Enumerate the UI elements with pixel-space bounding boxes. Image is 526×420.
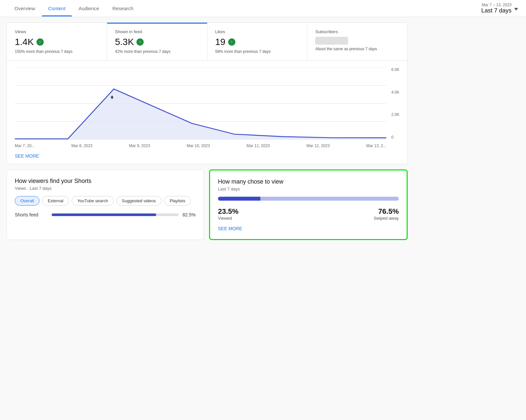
date-range-selector[interactable]: Mar 7 – 13, 2023 Last 7 days xyxy=(481,0,518,17)
chip-external[interactable]: External xyxy=(42,196,69,206)
stat-feed-label: Shown in feed xyxy=(115,29,199,34)
swiped-label: Swiped away xyxy=(373,216,399,221)
viewed-stat: 23.5% Viewed xyxy=(218,207,238,221)
view-bar-viewed xyxy=(218,197,260,201)
chip-playlists[interactable]: Playlists xyxy=(164,196,191,206)
view-bar xyxy=(218,197,399,201)
tab-audience[interactable]: Audience xyxy=(72,0,106,16)
date-dropdown-icon[interactable] xyxy=(514,8,518,11)
viewed-pct: 23.5% xyxy=(218,207,238,216)
bottom-row: How viewers find your Shorts Views · Las… xyxy=(7,169,408,240)
stat-feed-arrow-icon: ↑ xyxy=(136,38,144,46)
view-choice-subtitle: Last 7 days xyxy=(218,187,399,191)
y-label-2k: 2.0K xyxy=(391,112,399,117)
feed-bar xyxy=(52,213,156,216)
stat-shown-in-feed: Shown in feed 5.3K ↑ 42% more than previ… xyxy=(107,23,207,60)
stat-subscribers-change: About the same as previous 7 days xyxy=(315,47,399,51)
swiped-stat: 76.5% Swiped away xyxy=(373,207,399,221)
y-label-6k: 6.0K xyxy=(391,67,399,72)
feed-label: Shorts feed xyxy=(15,212,48,217)
date-subtitle: Mar 7 – 13, 2023 xyxy=(482,3,512,7)
feed-bar-wrap xyxy=(52,213,179,216)
filter-chips: Overall External YouTube search Suggeste… xyxy=(15,196,196,206)
stat-views-value: 1.4K xyxy=(15,37,34,47)
viewed-label: Viewed xyxy=(218,216,238,221)
feed-pct: 82.5% xyxy=(182,212,196,217)
x-label-mar7: Mar 7, 20... xyxy=(15,144,35,148)
view-choice-card: How many chose to view Last 7 days 23.5%… xyxy=(209,169,408,240)
subscribers-blurred-value xyxy=(315,37,348,45)
stat-views-label: Views xyxy=(15,29,99,34)
stat-likes-label: Likes xyxy=(215,29,299,34)
chip-youtube-search[interactable]: YouTube search xyxy=(72,196,114,206)
swiped-pct: 76.5% xyxy=(378,207,399,216)
shorts-find-card: How viewers find your Shorts Views · Las… xyxy=(7,169,204,240)
stat-feed-change: 42% more than previous 7 days xyxy=(115,49,199,54)
date-title: Last 7 days xyxy=(481,7,512,14)
x-label-mar11: Mar 11, 2023 xyxy=(247,144,270,148)
x-label-mar10: Mar 10, 2023 xyxy=(187,144,210,148)
x-label-mar13: Mar 13, 2... xyxy=(366,144,386,148)
view-choice-title: How many chose to view xyxy=(218,178,399,185)
chart-area: ♦ 6.0K 4.0K 2.0K 0 Mar 7, 20... Mar 8, 2… xyxy=(7,61,407,148)
shorts-find-subtitle: Views · Last 7 days xyxy=(15,186,196,191)
view-stats-row: 23.5% Viewed 76.5% Swiped away xyxy=(218,207,399,221)
chip-suggested-videos[interactable]: Suggested videos xyxy=(116,196,161,206)
stats-card: Views 1.4K ↑ 150% more than previous 7 d… xyxy=(7,22,408,164)
shorts-feed-row: Shorts feed 82.5% xyxy=(15,212,196,217)
y-label-0: 0 xyxy=(391,135,399,140)
svg-text:♦: ♦ xyxy=(110,93,114,100)
stat-views: Views 1.4K ↑ 150% more than previous 7 d… xyxy=(7,23,107,60)
stat-likes-arrow-icon: ↑ xyxy=(228,38,235,46)
shorts-find-title: How viewers find your Shorts xyxy=(15,178,196,185)
stat-subscribers: Subscribers About the same as previous 7… xyxy=(307,23,407,60)
view-bar-swiped xyxy=(260,197,399,201)
view-see-more-link[interactable]: SEE MORE xyxy=(218,226,399,231)
x-label-mar9: Mar 9, 2023 xyxy=(129,144,150,148)
stat-likes: Likes 19 ↑ 58% more than previous 7 days xyxy=(207,23,308,60)
tab-content[interactable]: Content xyxy=(42,0,72,16)
nav-bar: Overview Content Audience Research Mar 7… xyxy=(0,0,526,17)
chart-y-labels: 6.0K 4.0K 2.0K 0 xyxy=(391,67,399,140)
x-label-mar8: Mar 8, 2023 xyxy=(71,144,92,148)
tab-research[interactable]: Research xyxy=(106,0,140,16)
stat-likes-change: 58% more than previous 7 days xyxy=(215,49,299,54)
svg-marker-5 xyxy=(15,89,386,140)
chart-svg: ♦ xyxy=(15,67,386,140)
chip-overall[interactable]: Overall xyxy=(15,196,39,206)
stat-subscribers-label: Subscribers xyxy=(315,29,399,34)
chart-x-labels: Mar 7, 20... Mar 8, 2023 Mar 9, 2023 Mar… xyxy=(15,141,399,148)
chart-container: ♦ 6.0K 4.0K 2.0K 0 xyxy=(15,67,399,140)
stats-row: Views 1.4K ↑ 150% more than previous 7 d… xyxy=(7,23,407,61)
stat-views-arrow-icon: ↑ xyxy=(36,38,44,46)
main-content: Views 1.4K ↑ 150% more than previous 7 d… xyxy=(0,17,414,245)
stat-feed-value: 5.3K xyxy=(115,37,134,47)
tab-overview[interactable]: Overview xyxy=(8,0,42,16)
y-label-4k: 4.0K xyxy=(391,90,399,95)
stat-likes-value: 19 xyxy=(215,37,226,47)
x-label-mar12: Mar 12, 2023 xyxy=(306,144,330,148)
stat-views-change: 150% more than previous 7 days xyxy=(15,49,99,54)
chart-see-more-link[interactable]: SEE MORE xyxy=(7,148,407,164)
